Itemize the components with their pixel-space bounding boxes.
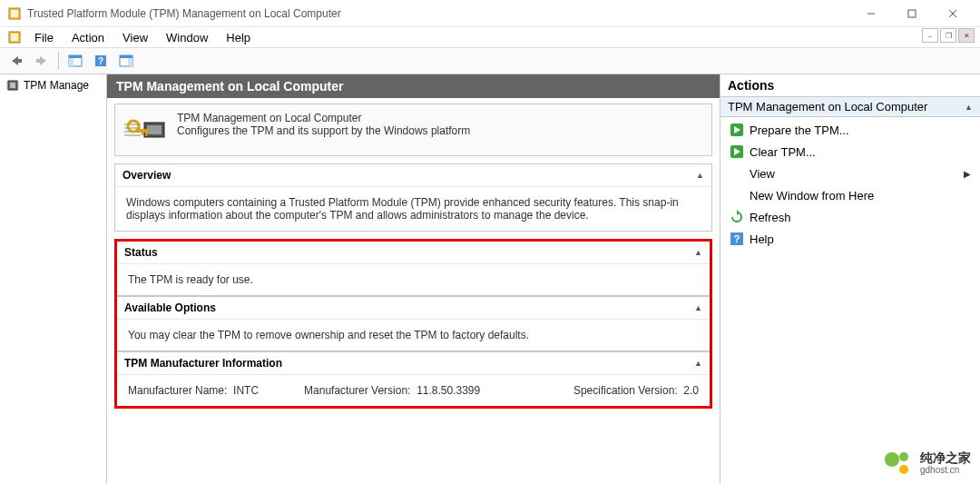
action-refresh[interactable]: Refresh	[720, 206, 980, 228]
refresh-icon	[730, 210, 744, 224]
action-label: Help	[750, 232, 774, 246]
window-title: Trusted Platform Module (TPM) Management…	[27, 7, 850, 20]
mfr-spec-value: 2.0	[683, 384, 699, 397]
svg-marker-10	[40, 56, 46, 65]
svg-rect-37	[142, 133, 143, 135]
action-label: New Window from Here	[750, 189, 874, 202]
section-overview: Overview ▲ Windows computers containing …	[114, 163, 712, 232]
action-help[interactable]: ? Help	[720, 228, 980, 250]
svg-rect-18	[120, 55, 132, 58]
forward-button[interactable]	[31, 51, 53, 71]
help-icon: ?	[730, 232, 744, 246]
action-label: Clear TPM...	[750, 145, 816, 159]
menu-file[interactable]: File	[25, 29, 63, 46]
svg-rect-21	[10, 83, 15, 88]
svg-rect-36	[145, 133, 147, 136]
watermark-url: gdhost.cn	[920, 465, 971, 475]
menu-view[interactable]: View	[113, 29, 157, 46]
svg-text:?: ?	[98, 56, 103, 66]
section-mfr-title: TPM Manufacturer Information	[124, 357, 282, 370]
action-view[interactable]: View ▶	[720, 163, 980, 184]
mfr-version-value: 11.8.50.3399	[416, 384, 480, 397]
tree-pane: TPM Manage	[0, 74, 107, 484]
tpm-chip-icon	[5, 78, 20, 93]
menubar: File Action View Window Help – ❐ ✕	[0, 27, 980, 47]
intro-line1: TPM Management on Local Computer	[177, 112, 470, 124]
mfr-spec-label: Specification Version:	[573, 384, 678, 397]
window-controls	[850, 1, 973, 26]
maximize-button[interactable]	[891, 1, 932, 26]
center-body: TPM Management on Local Computer Configu…	[107, 98, 720, 484]
watermark-cn: 纯净之家	[920, 451, 971, 465]
help-button[interactable]: ?	[90, 51, 112, 71]
svg-rect-35	[136, 129, 149, 133]
menu-window[interactable]: Window	[157, 29, 217, 46]
mfr-name-value: INTC	[233, 384, 259, 397]
mdi-close[interactable]: ✕	[958, 28, 975, 43]
actions-list: Prepare the TPM... Clear TPM... View ▶ N…	[720, 117, 980, 252]
section-status-head[interactable]: Status ▲	[117, 242, 710, 264]
section-available-title: Available Options	[124, 301, 216, 314]
blank-icon	[730, 166, 744, 181]
highlight-annotation: Status ▲ The TPM is ready for use. Avail…	[114, 239, 712, 409]
section-available-body: You may clear the TPM to remove ownershi…	[117, 320, 710, 351]
close-button[interactable]	[932, 1, 973, 26]
section-mfr-body: Manufacturer Name: INTC Manufacturer Ver…	[117, 375, 710, 406]
svg-rect-19	[128, 58, 132, 66]
mmc-icon	[7, 30, 22, 44]
action-label: View	[750, 167, 775, 181]
section-mfr-head[interactable]: TPM Manufacturer Information ▲	[117, 352, 710, 375]
minimize-button[interactable]	[850, 1, 891, 26]
svg-point-46	[899, 452, 908, 461]
section-overview-head[interactable]: Overview ▲	[115, 164, 711, 187]
action-new-window[interactable]: New Window from Here	[720, 184, 980, 206]
center-header: TPM Management on Local Computer	[107, 74, 720, 98]
section-status-body: The TPM is ready for use.	[117, 264, 710, 295]
go-arrow-icon	[730, 144, 744, 159]
show-hide-tree-button[interactable]	[64, 51, 86, 71]
svg-rect-14	[69, 58, 74, 66]
section-status-title: Status	[124, 246, 158, 259]
mdi-controls: – ❐ ✕	[922, 28, 975, 43]
svg-rect-1	[11, 10, 18, 17]
svg-rect-7	[11, 34, 18, 41]
svg-rect-13	[69, 55, 82, 58]
mfr-name: Manufacturer Name: INTC	[128, 384, 259, 397]
svg-rect-11	[36, 59, 41, 63]
actions-subheader[interactable]: TPM Management on Local Computer ▲	[720, 97, 980, 117]
mfr-spec: Specification Version: 2.0	[573, 384, 699, 397]
tree-item-label: TPM Manage	[24, 79, 89, 92]
center-pane: TPM Management on Local Computer TPM Man…	[107, 74, 720, 484]
actions-header: Actions	[720, 74, 980, 97]
menu-help[interactable]: Help	[217, 29, 260, 46]
svg-text:?: ?	[734, 233, 740, 244]
show-hide-action-button[interactable]	[115, 51, 137, 71]
go-arrow-icon	[730, 123, 744, 137]
action-prepare-tpm[interactable]: Prepare the TPM...	[720, 119, 980, 141]
toolbar-separator	[58, 52, 59, 70]
main-area: TPM Manage TPM Management on Local Compu…	[0, 74, 980, 484]
app-icon	[7, 6, 22, 21]
svg-marker-8	[12, 56, 18, 65]
menu-action[interactable]: Action	[63, 29, 113, 46]
intro-box: TPM Management on Local Computer Configu…	[114, 104, 712, 156]
svg-marker-42	[737, 210, 740, 215]
tree-item-tpm[interactable]: TPM Manage	[2, 76, 104, 94]
section-available-head[interactable]: Available Options ▲	[117, 297, 710, 320]
back-button[interactable]	[5, 51, 27, 71]
collapse-caret-icon: ▲	[694, 359, 702, 368]
svg-point-47	[899, 465, 908, 474]
action-label: Prepare the TPM...	[750, 123, 849, 137]
section-overview-body: Windows computers containing a Trusted P…	[115, 187, 711, 231]
submenu-arrow-icon: ▶	[964, 169, 971, 179]
mdi-minimize[interactable]: –	[922, 28, 938, 43]
action-label: Refresh	[750, 211, 791, 224]
section-available-options: Available Options ▲ You may clear the TP…	[117, 296, 710, 351]
actions-pane: Actions TPM Management on Local Computer…	[720, 74, 980, 484]
mfr-version-label: Manufacturer Version:	[304, 384, 410, 397]
mfr-version: Manufacturer Version: 11.8.50.3399	[304, 384, 480, 397]
mdi-restore[interactable]: ❐	[940, 28, 956, 43]
section-mfr-info: TPM Manufacturer Information ▲ Manufactu…	[117, 351, 710, 406]
action-clear-tpm[interactable]: Clear TPM...	[720, 141, 980, 163]
watermark: 纯净之家 gdhost.cn	[884, 449, 971, 477]
